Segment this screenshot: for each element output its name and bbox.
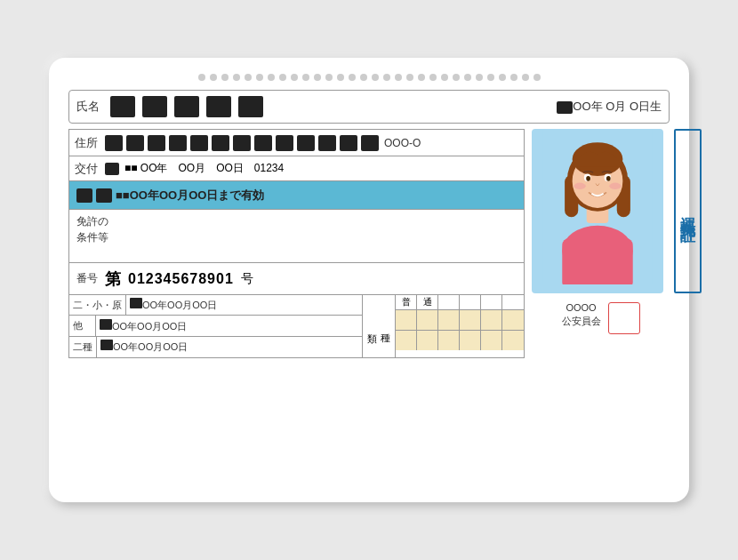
conditions-row: 免許の条件等 — [68, 209, 525, 262]
person-illustration — [540, 129, 655, 284]
issue-block — [105, 163, 119, 175]
police-circles-label: OOOO — [566, 302, 596, 313]
cat-cell-12 — [502, 331, 524, 350]
cat-cell-9 — [438, 331, 460, 350]
lt-label-2: 他 — [69, 316, 96, 335]
police-info: OOOO 公安員会 — [532, 299, 670, 334]
number-row: 番号 第 012345678901 号 — [68, 262, 525, 294]
dai-text: 第 — [105, 268, 121, 290]
main-area: 住所 OOO-O 交付 ■■ OO年 OO月 OO日 01234 — [68, 129, 670, 490]
issue-date: ■■ OO年 OO月 OO日 01234 — [124, 161, 284, 176]
birthdate: OO年 O月 O日生 — [557, 99, 662, 115]
license-number: 012345678901 — [128, 271, 234, 287]
stamp-box — [608, 302, 640, 334]
address-blocks — [105, 135, 379, 151]
lt-data-3: OO年OO月OO日 — [97, 340, 191, 354]
name-block-4 — [206, 96, 231, 117]
cat-cell-7 — [396, 331, 417, 350]
right-section: 運転免許証 OOOO 公安員会 — [532, 129, 670, 490]
svg-rect-3 — [562, 238, 632, 284]
name-block-5 — [238, 96, 263, 117]
issue-label: 交付 — [75, 161, 100, 177]
license-title: 運転免許証 — [674, 129, 702, 293]
validity-block-2 — [96, 188, 112, 203]
name-blocks — [110, 96, 548, 117]
name-label: 氏名 — [76, 99, 101, 115]
validity-text: ■■OO年OO月OO日まで有効 — [116, 188, 264, 204]
cat-header-1: 普 — [396, 295, 417, 309]
svg-point-12 — [606, 176, 611, 181]
name-block-2 — [142, 96, 167, 117]
category-section: 種類 普 通 — [362, 295, 524, 357]
cat-cell-11 — [481, 331, 502, 350]
police-name-text: 公安員会 — [562, 315, 601, 328]
validity-block-1 — [76, 188, 92, 203]
cat-cell-6 — [502, 310, 524, 330]
lt-label-1: 二・小・原 — [69, 295, 126, 315]
cat-cell-10 — [460, 331, 481, 350]
address-row: 住所 OOO-O — [68, 129, 525, 156]
cat-header-5 — [481, 295, 502, 309]
name-block-1 — [110, 96, 135, 117]
cat-cell-5 — [481, 310, 502, 330]
cat-header-2: 通 — [417, 295, 438, 309]
lt-label-3: 二種 — [69, 337, 97, 357]
birth-block — [557, 101, 573, 114]
lt-row-3: 二種 OO年OO月OO日 — [69, 337, 362, 357]
cat-cell-3 — [438, 310, 460, 330]
number-label: 番号 — [76, 271, 98, 286]
license-types: 二・小・原 OO年OO月OO日 他 OO年OO月OO日 二種 — [69, 295, 362, 357]
cat-header-6 — [502, 295, 524, 309]
lt-row-2: 他 OO年OO月OO日 — [69, 316, 362, 336]
left-section: 住所 OOO-O 交付 ■■ OO年 OO月 OO日 01234 — [68, 129, 525, 490]
validity-row: ■■OO年OO月OO日まで有効 — [68, 180, 525, 209]
lt-row-1: 二・小・原 OO年OO月OO日 — [69, 295, 362, 316]
cat-cell-2 — [417, 310, 438, 330]
top-dots — [68, 74, 670, 81]
cat-cell-1 — [396, 310, 417, 330]
svg-point-14 — [609, 183, 621, 190]
svg-point-13 — [574, 183, 586, 190]
go-text: 号 — [241, 271, 253, 287]
issue-row: 交付 ■■ OO年 OO月 OO日 01234 — [68, 156, 525, 180]
category-label: 種類 — [363, 295, 396, 357]
address-suffix: OOO-O — [384, 137, 421, 149]
photo-area — [532, 129, 663, 293]
cat-header-4 — [460, 295, 481, 309]
bottom-table: 二・小・原 OO年OO月OO日 他 OO年OO月OO日 二種 — [68, 294, 525, 358]
lt-data-2: OO年OO月OO日 — [96, 319, 190, 333]
svg-point-11 — [586, 176, 590, 181]
name-block-3 — [174, 96, 199, 117]
lt-data-1: OO年OO月OO日 — [126, 298, 221, 312]
address-label: 住所 — [75, 135, 100, 151]
cat-cell-4 — [460, 310, 481, 330]
cat-cell-8 — [417, 331, 438, 350]
conditions-label: 免許の条件等 — [76, 215, 108, 244]
cat-header-3 — [438, 295, 460, 309]
name-row: 氏名 OO年 O月 O日生 — [68, 90, 670, 124]
license-card: 氏名 OO年 O月 O日生 住所 OOO — [49, 58, 689, 502]
